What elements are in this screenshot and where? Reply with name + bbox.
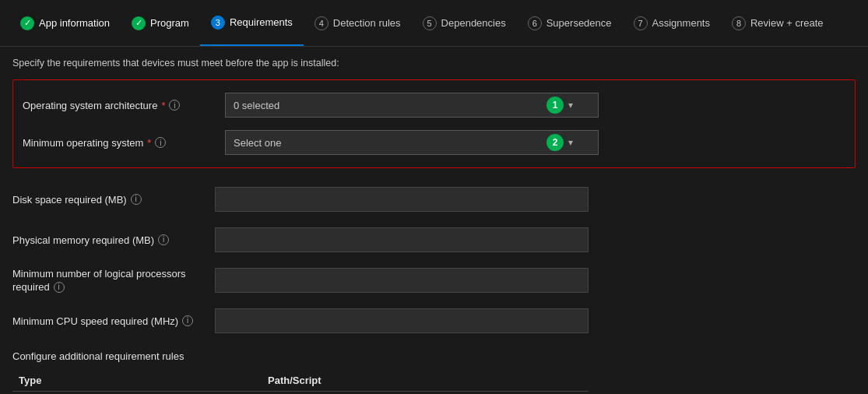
os-arch-dropdown[interactable]: 0 selected 1 ▾: [225, 93, 599, 118]
nav-item-program[interactable]: ✓ Program: [121, 0, 200, 46]
nav-item-detection-rules[interactable]: 4 Detection rules: [304, 0, 412, 46]
min-processors-label-line1: Minimum number of logical processors: [12, 268, 186, 280]
num-icon-dependencies: 5: [423, 16, 437, 30]
requirements-table: Type Path/Script No requirements are spe…: [12, 370, 589, 394]
nav-label-review: Review + create: [750, 17, 824, 29]
os-arch-info-icon[interactable]: i: [169, 100, 180, 111]
num-icon-requirements: 3: [211, 16, 225, 30]
min-os-required-star: *: [147, 137, 151, 149]
table-header: Type Path/Script: [12, 370, 589, 392]
num-icon-review: 8: [732, 16, 746, 30]
os-arch-label: Operating system architecture * i: [23, 100, 225, 111]
min-processors-label-line2: required i: [12, 281, 186, 293]
additional-rules-section: Configure additional requirement rules T…: [12, 350, 856, 394]
os-arch-dropdown-container: 0 selected 1 ▾: [225, 93, 599, 118]
min-cpu-speed-label-text: Minimum CPU speed required (MHz): [12, 315, 178, 327]
col-path-header: Path/Script: [262, 370, 589, 392]
table-body: No requirements are specified.: [12, 392, 589, 395]
nav-item-review-create[interactable]: 8 Review + create: [721, 0, 835, 46]
nav-item-requirements[interactable]: 3 Requirements: [200, 0, 304, 46]
os-arch-label-text: Operating system architecture: [23, 100, 157, 111]
min-os-dropdown[interactable]: Select one 2 ▾: [225, 130, 599, 155]
check-icon-app-info: ✓: [20, 16, 34, 30]
min-processors-info-icon[interactable]: i: [54, 282, 65, 293]
min-os-row: Minimum operating system * i Select one …: [23, 124, 845, 161]
main-content: Specify the requirements that devices mu…: [0, 47, 868, 394]
os-arch-chevron-icon: ▾: [568, 100, 573, 111]
min-os-chevron-icon: ▾: [568, 137, 573, 148]
nav-label-program: Program: [150, 17, 189, 29]
nav-item-dependencies[interactable]: 5 Dependencies: [412, 0, 517, 46]
nav-label-supersedence: Supersedence: [546, 17, 612, 29]
nav-label-dependencies: Dependencies: [441, 17, 506, 29]
min-processors-label: Minimum number of logical processors req…: [12, 268, 215, 293]
min-os-dropdown-text: Select one: [234, 137, 546, 149]
nav-label-detection: Detection rules: [333, 17, 401, 29]
optional-fields-section: Disk space required (MB) i Physical memo…: [12, 179, 856, 341]
table-row-empty: No requirements are specified.: [12, 392, 589, 395]
physical-memory-info-icon[interactable]: i: [158, 234, 169, 245]
disk-space-info-icon[interactable]: i: [131, 194, 142, 205]
physical-memory-label: Physical memory required (MB) i: [12, 234, 215, 246]
min-os-dropdown-container: Select one 2 ▾: [225, 130, 599, 155]
disk-space-label: Disk space required (MB) i: [12, 194, 215, 206]
os-arch-badge: 1: [546, 97, 564, 114]
page-subtitle: Specify the requirements that devices mu…: [12, 58, 856, 69]
physical-memory-label-text: Physical memory required (MB): [12, 234, 154, 246]
min-os-label-text: Minimum operating system: [23, 137, 143, 149]
min-processors-row: Minimum number of logical processors req…: [12, 260, 856, 301]
nav-label-requirements: Requirements: [230, 16, 293, 28]
nav-item-app-info[interactable]: ✓ App information: [9, 0, 121, 46]
min-processors-label-line2-text: required: [12, 281, 50, 293]
physical-memory-row: Physical memory required (MB) i: [12, 220, 856, 260]
min-processors-label-multiline: Minimum number of logical processors req…: [12, 268, 186, 293]
min-cpu-speed-row: Minimum CPU speed required (MHz) i: [12, 301, 856, 341]
disk-space-row: Disk space required (MB) i: [12, 179, 856, 220]
nav-label-assignments: Assignments: [652, 17, 710, 29]
nav-label-app-info: App information: [39, 17, 110, 29]
min-os-label: Minimum operating system * i: [23, 137, 225, 149]
empty-message: No requirements are specified.: [12, 392, 589, 395]
os-arch-required-star: *: [161, 100, 165, 111]
num-icon-supersedence: 6: [528, 16, 542, 30]
disk-space-label-text: Disk space required (MB): [12, 194, 127, 206]
min-cpu-speed-info-icon[interactable]: i: [182, 315, 193, 326]
os-arch-dropdown-text: 0 selected: [234, 100, 546, 111]
min-os-badge: 2: [546, 134, 564, 151]
nav-bar: ✓ App information ✓ Program 3 Requiremen…: [0, 0, 868, 47]
nav-item-supersedence[interactable]: 6 Supersedence: [517, 0, 623, 46]
physical-memory-input[interactable]: [215, 227, 589, 252]
col-type-header: Type: [12, 370, 262, 392]
table-header-row: Type Path/Script: [12, 370, 589, 392]
min-os-info-icon[interactable]: i: [155, 137, 166, 148]
min-processors-input[interactable]: [215, 268, 589, 293]
required-fields-section: Operating system architecture * i 0 sele…: [12, 79, 856, 168]
num-icon-assignments: 7: [634, 16, 648, 30]
min-cpu-speed-label: Minimum CPU speed required (MHz) i: [12, 315, 215, 327]
disk-space-input[interactable]: [215, 187, 589, 212]
nav-item-assignments[interactable]: 7 Assignments: [623, 0, 721, 46]
min-cpu-speed-input[interactable]: [215, 308, 589, 333]
check-icon-program: ✓: [132, 16, 146, 30]
num-icon-detection: 4: [315, 16, 329, 30]
os-arch-row: Operating system architecture * i 0 sele…: [23, 86, 845, 124]
additional-rules-title: Configure additional requirement rules: [12, 350, 856, 362]
